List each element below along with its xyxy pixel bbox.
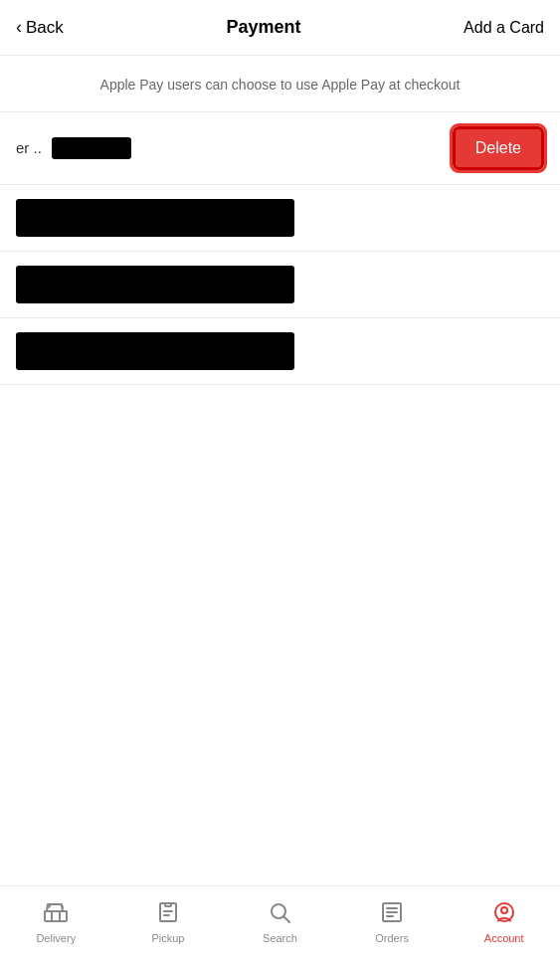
svg-line-6 [284,917,290,923]
apple-pay-info: Apple Pay users can choose to use Apple … [0,56,560,111]
card-info: er .. [16,137,131,159]
payment-methods-section: er .. Delete [0,111,560,385]
svg-point-12 [501,907,507,913]
delete-button[interactable]: Delete [453,126,544,170]
card-number-masked [52,137,131,159]
nav-item-account[interactable]: Account [448,900,560,944]
account-icon [492,900,516,928]
redacted-content-3 [16,332,294,370]
list-item [0,252,560,318]
card-label-prefix: er .. [16,139,42,156]
back-button[interactable]: ‹ Back [16,17,64,38]
orders-label: Orders [375,932,409,944]
account-label: Account [484,932,524,944]
pickup-label: Pickup [151,932,184,944]
pickup-icon [156,900,180,928]
search-label: Search [263,932,297,944]
delivery-label: Delivery [36,932,76,944]
redacted-content-2 [16,266,294,303]
search-icon [268,900,291,928]
chevron-left-icon: ‹ [16,17,22,38]
nav-item-search[interactable]: Search [224,900,336,944]
card-row: er .. Delete [0,112,560,185]
back-label: Back [26,18,64,38]
redacted-content-1 [16,199,294,237]
page-title: Payment [226,17,300,38]
nav-item-orders[interactable]: Orders [336,900,449,944]
delivery-icon [44,900,68,928]
bottom-navigation: Delivery Pickup Search [0,885,560,968]
nav-item-pickup[interactable]: Pickup [112,900,225,944]
list-item [0,185,560,252]
orders-icon [380,900,404,928]
list-item [0,318,560,384]
nav-item-delivery[interactable]: Delivery [0,900,112,944]
top-navigation: ‹ Back Payment Add a Card [0,0,560,56]
add-card-button[interactable]: Add a Card [464,19,544,37]
